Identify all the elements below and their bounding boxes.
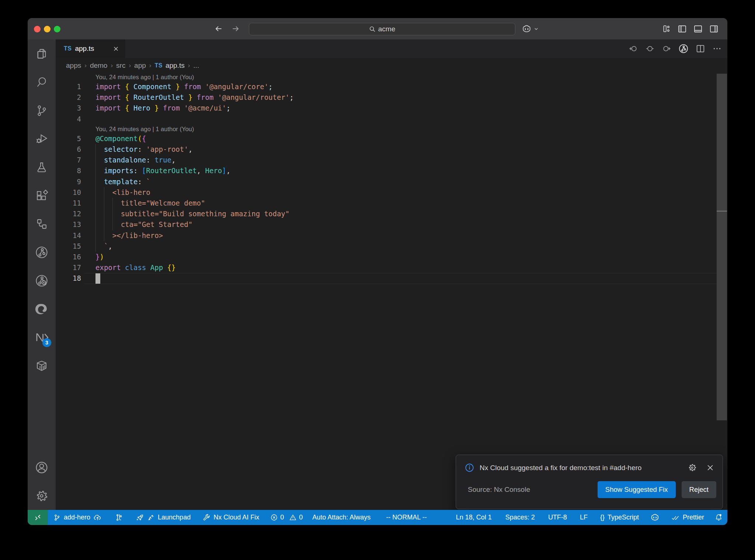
statusbar-encoding[interactable]: UTF-8	[544, 514, 571, 521]
activity-nx-console[interactable]: 3	[28, 323, 56, 351]
open-changes-next-icon[interactable]	[661, 43, 672, 54]
statusbar-launchpad[interactable]: Launchpad	[132, 514, 194, 522]
circle-branch-search-icon	[34, 273, 49, 288]
edge-logo-icon	[35, 302, 49, 316]
eol-label: LF	[580, 514, 588, 521]
breadcrumb-app[interactable]: app	[134, 62, 146, 70]
code-line-13: 13 cta="Get Started"	[56, 219, 727, 230]
breadcrumb-file[interactable]: app.ts	[166, 62, 185, 70]
copilot-chevron-icon[interactable]	[533, 26, 539, 32]
nav-forward-icon[interactable]	[231, 24, 240, 34]
activity-run-debug[interactable]	[28, 125, 56, 153]
code-line-16: 16})	[56, 252, 727, 262]
activity-containers[interactable]	[28, 351, 56, 380]
error-icon	[270, 514, 278, 521]
code-line-11: 11 title="Welcmoe demo"	[56, 198, 727, 209]
more-actions-icon[interactable]	[712, 43, 722, 54]
statusbar-spaces[interactable]: Spaces: 2	[502, 514, 539, 521]
notification-close-icon[interactable]	[706, 463, 714, 472]
vertical-scrollbar[interactable]	[717, 74, 727, 420]
activity-project-graph[interactable]	[28, 210, 56, 238]
account-icon	[34, 460, 49, 475]
code-line-4: 4	[56, 114, 727, 125]
window-close-button[interactable]	[34, 26, 41, 32]
account-button[interactable]	[28, 453, 56, 482]
tab-app-ts[interactable]: TS app.ts	[56, 39, 125, 58]
tab-close-icon[interactable]	[112, 45, 119, 52]
open-changes-prev-icon[interactable]	[628, 43, 639, 54]
breadcrumb-symbol-more[interactable]: ...	[193, 62, 199, 70]
activity-testing[interactable]	[28, 153, 56, 181]
activity-edge-tools[interactable]	[28, 295, 56, 323]
activity-gitlens-inspect[interactable]	[28, 266, 56, 295]
language-label: TypeScript	[608, 514, 639, 521]
activity-explorer[interactable]	[28, 39, 56, 68]
statusbar-auto-attach[interactable]: Auto Attach: Always	[309, 514, 374, 521]
statusbar-commit-graph[interactable]	[111, 513, 127, 522]
code-line-2: 2import { RouterOutlet } from '@angular/…	[56, 92, 727, 103]
code-line-1: 1import { Component } from '@angular/cor…	[56, 81, 727, 92]
code-line-8: 8 imports: [RouterOutlet, Hero],	[56, 165, 727, 176]
nx-badge: 3	[42, 338, 51, 347]
activity-extensions[interactable]	[28, 181, 56, 210]
encoding-label: UTF-8	[548, 514, 567, 521]
breadcrumb-src[interactable]: src	[116, 62, 125, 70]
breadcrumb-apps[interactable]: apps	[66, 62, 81, 70]
line-col-label: Ln 18, Col 1	[456, 514, 492, 521]
files-icon	[35, 47, 49, 61]
statusbar-problems[interactable]: 0 0	[267, 514, 306, 521]
open-changes-icon[interactable]	[645, 43, 655, 54]
statusbar-branch[interactable]: add-hero	[49, 513, 105, 522]
breadcrumb-demo[interactable]: demo	[90, 62, 108, 70]
prettier-label: Prettier	[683, 514, 704, 521]
git-branch-icon	[35, 104, 49, 118]
plug-icon	[147, 514, 155, 521]
code-line-14: 14 ></lib-hero>	[56, 230, 727, 241]
chevron-right-icon: ›	[125, 62, 134, 69]
statusbar-nx-cloud-fix[interactable]: Nx Cloud AI Fix	[199, 514, 263, 522]
warning-count: 0	[299, 514, 303, 521]
statusbar-copilot[interactable]	[647, 513, 663, 522]
window-zoom-button[interactable]	[54, 26, 60, 32]
chevron-right-icon: ›	[185, 62, 194, 69]
debug-icon	[35, 132, 49, 146]
notification-settings-icon[interactable]	[688, 463, 697, 472]
statusbar-prettier[interactable]: Prettier	[667, 513, 708, 522]
chevron-right-icon: ›	[146, 62, 155, 69]
nav-back-icon[interactable]	[214, 24, 223, 34]
toggle-secondary-sidebar-icon[interactable]	[709, 24, 719, 34]
show-suggested-fix-button[interactable]: Show Suggested Fix	[598, 481, 676, 498]
split-editor-icon[interactable]	[695, 43, 706, 54]
remote-indicator[interactable]	[28, 510, 48, 525]
statusbar-vim-mode[interactable]: -- NORMAL --	[382, 514, 430, 521]
toggle-primary-sidebar-icon[interactable]	[677, 24, 687, 34]
circle-branch-icon	[34, 245, 49, 260]
info-icon	[465, 463, 474, 473]
container-box-icon	[35, 359, 49, 373]
reject-button[interactable]: Reject	[682, 481, 716, 498]
overview-ruler-cursor-marker	[717, 211, 727, 211]
activity-gitlens[interactable]	[28, 238, 56, 266]
vim-mode-label: -- NORMAL --	[386, 514, 427, 521]
window-minimize-button[interactable]	[44, 26, 51, 32]
command-center-search[interactable]: acme	[249, 23, 515, 35]
code-editor[interactable]: You, 24 minutes ago | 1 author (You)1imp…	[56, 73, 727, 510]
customize-layout-icon[interactable]	[662, 24, 671, 34]
activity-bar: 3	[28, 39, 56, 510]
rocket-icon	[136, 514, 144, 522]
settings-button[interactable]	[28, 482, 56, 510]
command-center-text: acme	[378, 25, 395, 33]
statusbar-line-col[interactable]: Ln 18, Col 1	[452, 514, 495, 521]
gitlens-graph-icon[interactable]	[678, 43, 689, 54]
spaces-label: Spaces: 2	[505, 514, 535, 521]
copilot-icon[interactable]	[522, 24, 532, 34]
statusbar-language[interactable]: {} TypeScript	[596, 514, 643, 521]
code-line-12: 12 subtitle="Build something amazing tod…	[56, 209, 727, 219]
double-check-icon	[671, 513, 680, 522]
tab-label: app.ts	[75, 45, 94, 53]
statusbar-eol[interactable]: LF	[576, 514, 591, 521]
activity-search[interactable]	[28, 68, 56, 96]
toggle-panel-icon[interactable]	[693, 24, 703, 34]
activity-source-control[interactable]	[28, 96, 56, 125]
statusbar-notifications-bell[interactable]	[711, 513, 723, 522]
